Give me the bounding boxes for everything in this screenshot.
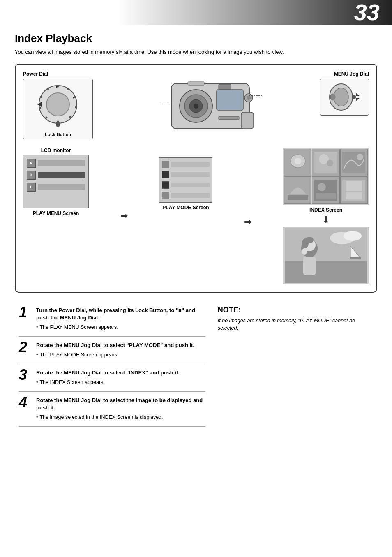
note-title: NOTE: <box>218 306 373 314</box>
svg-point-4 <box>75 106 77 109</box>
svg-point-8 <box>39 107 41 109</box>
mode-row-4 <box>162 191 210 200</box>
menu-bar-2 <box>38 172 85 178</box>
power-dial-box: ▶ C ■ Lock Button <box>23 79 93 139</box>
single-image-screen <box>283 227 369 284</box>
svg-marker-34 <box>356 93 360 96</box>
index-cell-1 <box>284 149 311 176</box>
note-text: If no images are stored in memory, “PLAY… <box>218 317 373 333</box>
mode-bar-4 <box>171 193 210 198</box>
svg-rect-33 <box>352 95 356 99</box>
camera-svg <box>147 71 266 141</box>
index-screen-label: INDEX Screen <box>309 207 342 213</box>
svg-point-36 <box>330 94 335 100</box>
play-menu-screen: ▶ ⊞ ◧ <box>23 155 89 208</box>
svg-text:■: ■ <box>73 96 74 99</box>
step-4-main: Rotate the MENU Jog Dial to select the i… <box>36 397 205 411</box>
mode-row-1 <box>162 160 210 169</box>
menu-bar-1 <box>38 160 85 166</box>
bottom-screens-row: LCD monitor ▶ ⊞ ◧ <box>23 148 369 284</box>
mode-bar-3 <box>171 183 210 187</box>
menu-dial-box <box>320 79 369 116</box>
svg-point-39 <box>295 158 301 164</box>
mode-row-3 <box>162 180 210 190</box>
mode-row-2 <box>162 170 210 179</box>
svg-point-42 <box>327 160 333 166</box>
svg-point-63 <box>305 237 314 243</box>
svg-point-21 <box>194 104 198 109</box>
svg-point-25 <box>247 96 251 100</box>
steps-left: 1 Turn the Power Dial, while pressing it… <box>19 302 205 427</box>
step-1-content: Turn the Power Dial, while pressing its … <box>36 307 205 331</box>
svg-rect-27 <box>219 116 239 120</box>
top-banner: 33 <box>0 0 392 25</box>
mode-icon-2 <box>162 171 169 178</box>
power-dial-label: Power Dial <box>23 71 48 77</box>
step-2-main: Rotate the MENU Jog Dial to select “PLAY… <box>36 342 205 349</box>
menu-bar-3 <box>38 184 85 190</box>
step-4-number: 4 <box>19 395 32 410</box>
mode-bar-1 <box>171 162 210 167</box>
svg-point-9 <box>40 96 42 98</box>
svg-marker-35 <box>356 98 360 101</box>
svg-point-56 <box>344 231 362 241</box>
menu-icon-1: ▶ <box>27 159 36 168</box>
index-cell-4 <box>284 176 311 204</box>
intro-text: You can view all images stored in memory… <box>15 48 377 56</box>
svg-rect-26 <box>241 112 254 129</box>
menu-jog-dial-label: MENU Jog Dial <box>334 71 369 77</box>
svg-point-48 <box>318 183 326 191</box>
arrow-to-index: ➡ <box>244 217 251 227</box>
mode-icon-1 <box>162 161 169 168</box>
svg-point-5 <box>69 116 71 118</box>
index-cell-2 <box>312 149 339 176</box>
menu-dial-svg <box>324 81 365 113</box>
diagram-top-row: Power Dial <box>23 71 369 141</box>
arrow-to-single: ⬇ <box>322 215 330 225</box>
svg-rect-12 <box>56 122 60 127</box>
camera-container <box>93 71 320 141</box>
step-3-content: Rotate the MENU Jog Dial to select “INDE… <box>36 369 205 386</box>
step-1-number: 1 <box>19 305 32 320</box>
play-menu-screen-label: PLAY MENU Screen <box>33 210 79 216</box>
play-mode-screen <box>159 157 212 203</box>
svg-point-7 <box>46 117 48 119</box>
svg-rect-23 <box>219 84 231 89</box>
svg-rect-46 <box>288 195 308 200</box>
index-cell-6 <box>340 176 368 204</box>
steps-section: 1 Turn the Power Dial, while pressing it… <box>15 302 377 427</box>
index-cell-5 <box>312 176 339 204</box>
svg-rect-59 <box>350 257 361 259</box>
step-2-content: Rotate the MENU Jog Dial to select “PLAY… <box>36 342 205 359</box>
step-1: 1 Turn the Power Dial, while pressing it… <box>19 302 205 337</box>
svg-point-32 <box>334 88 348 106</box>
step-2: 2 Rotate the MENU Jog Dial to select “PL… <box>19 337 205 364</box>
svg-point-10 <box>47 88 49 90</box>
svg-point-44 <box>357 154 363 160</box>
lock-button-label: Lock Button <box>45 132 71 137</box>
menu-row-1: ▶ <box>27 158 85 169</box>
step-3: 3 Rotate the MENU Jog Dial to select “IN… <box>19 364 205 392</box>
index-screen <box>283 148 369 205</box>
svg-rect-28 <box>188 82 204 85</box>
play-mode-section: PLAY MODE Screen <box>159 157 212 210</box>
index-screen-section: INDEX Screen <box>283 148 369 213</box>
single-image-svg <box>285 228 367 283</box>
step-2-bullet: The PLAY MODE Screen appears. <box>36 351 205 359</box>
section-title: Index Playback <box>15 32 377 45</box>
power-dial-svg: ▶ C ■ <box>29 81 87 130</box>
menu-dial-section: MENU Jog Dial <box>320 71 369 116</box>
svg-text:▶: ▶ <box>56 85 59 88</box>
power-dial-section: Power Dial <box>23 71 93 139</box>
index-cell-3 <box>340 149 368 176</box>
step-4-content: Rotate the MENU Jog Dial to select the i… <box>36 397 205 421</box>
index-section: INDEX Screen ⬇ <box>283 148 369 284</box>
menu-row-2: ⊞ <box>27 170 85 180</box>
lcd-monitor-label: LCD monitor <box>41 148 71 153</box>
svg-rect-22 <box>217 90 243 110</box>
step-1-main: Turn the Power Dial, while pressing its … <box>36 307 205 321</box>
page-number: 33 <box>354 1 380 24</box>
note-section: NOTE: If no images are stored in memory,… <box>218 302 373 427</box>
step-3-number: 3 <box>19 367 32 382</box>
mode-icon-4 <box>162 192 169 199</box>
